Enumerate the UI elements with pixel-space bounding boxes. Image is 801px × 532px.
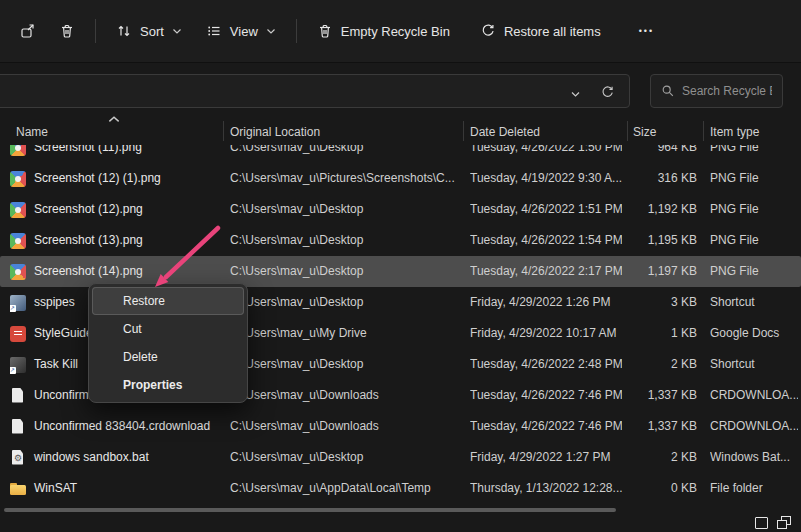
more-button[interactable]: •••	[628, 17, 665, 45]
file-name: Screenshot (13).png	[34, 225, 143, 256]
original-location-cell: C:\Users\mav_u\Desktop	[230, 225, 462, 256]
file-name-cell: windows sandbox.bat	[10, 442, 222, 473]
file-name-cell: WinSAT	[10, 473, 222, 504]
sort-button[interactable]: Sort	[105, 14, 193, 48]
size-cell: 0 KB	[595, 473, 697, 504]
menu-item-cut[interactable]: Cut	[92, 315, 244, 343]
file-name: Unconfirmed 838404.crdownload	[34, 411, 210, 442]
file-name: Screenshot (12) (1).png	[34, 163, 161, 194]
menu-item-delete[interactable]: Delete	[92, 343, 244, 371]
chevron-down-icon	[172, 27, 182, 35]
file-name-cell: Screenshot (11).png	[10, 145, 222, 163]
size-cell: 2 KB	[595, 442, 697, 473]
empty-recycle-bin-button[interactable]: Empty Recycle Bin	[306, 14, 461, 48]
size-cell: 1,192 KB	[595, 194, 697, 225]
restore-window-icon[interactable]	[777, 516, 791, 529]
table-row[interactable]: Screenshot (12).png C:\Users\mav_u\Deskt…	[0, 194, 801, 225]
maximize-icon[interactable]	[755, 517, 768, 529]
search-box[interactable]: Search Recycle Bin	[650, 74, 783, 108]
column-divider[interactable]	[463, 121, 464, 141]
share-button[interactable]	[8, 14, 46, 48]
file-icon	[10, 145, 26, 156]
file-name: Task Kill	[34, 349, 78, 380]
column-divider[interactable]	[703, 121, 704, 141]
item-type-cell: PNG File	[710, 225, 798, 256]
item-type-cell: PNG File	[710, 163, 798, 194]
size-cell: 3 KB	[595, 287, 697, 318]
column-divider[interactable]	[223, 121, 224, 141]
item-type-cell: PNG File	[710, 256, 798, 287]
empty-recycle-bin-label: Empty Recycle Bin	[341, 24, 450, 39]
chevron-down-icon	[570, 90, 581, 98]
file-icon	[10, 326, 26, 342]
column-header-date[interactable]: Date Deleted	[470, 125, 540, 139]
restore-all-items-button[interactable]: Restore all items	[469, 14, 612, 48]
toolbar-separator	[95, 19, 96, 43]
column-divider[interactable]	[627, 121, 628, 141]
size-cell: 1,337 KB	[595, 380, 697, 411]
file-name: Screenshot (11).png	[34, 145, 142, 163]
table-row[interactable]: Screenshot (12) (1).png C:\Users\mav_u\P…	[0, 163, 801, 194]
chevron-down-icon	[266, 27, 276, 35]
menu-item-restore[interactable]: Restore	[92, 287, 244, 315]
column-header-type[interactable]: Item type	[710, 125, 759, 139]
size-cell: 316 KB	[595, 163, 697, 194]
file-name-cell: Screenshot (12) (1).png	[10, 163, 222, 194]
item-type-cell: Google Docs	[710, 318, 798, 349]
original-location-cell: C:\Users\mav_u\Downloads	[230, 411, 462, 442]
search-placeholder: Search Recycle Bin	[682, 84, 772, 98]
original-location-cell: C:\Users\mav_u\Desktop	[230, 145, 462, 163]
recycle-bin-window: Sort View	[0, 0, 801, 532]
file-name: sspipes	[34, 287, 75, 318]
restore-all-items-label: Restore all items	[504, 24, 601, 39]
original-location-cell: C:\Users\mav_u\Downloads	[230, 380, 462, 411]
file-icon	[10, 295, 26, 311]
column-header-location[interactable]: Original Location	[230, 125, 320, 139]
original-location-cell: C:\Users\mav_u\Desktop	[230, 287, 462, 318]
item-type-cell: CRDOWNLOA...	[710, 380, 798, 411]
search-icon	[661, 84, 675, 98]
sort-label: Sort	[140, 24, 164, 39]
file-icon	[10, 357, 26, 373]
menu-item-properties[interactable]: Properties	[92, 371, 244, 399]
item-type-cell: Shortcut	[710, 287, 798, 318]
table-row[interactable]: windows sandbox.bat C:\Users\mav_u\Deskt…	[0, 442, 801, 473]
trash-icon	[59, 23, 75, 39]
original-location-cell: C:\Users\mav_u\Desktop	[230, 256, 462, 287]
size-cell: 1,197 KB	[595, 256, 697, 287]
size-cell: 1 KB	[595, 318, 697, 349]
table-row[interactable]: Screenshot (11).png C:\Users\mav_u\Deskt…	[0, 145, 801, 163]
restore-icon	[480, 23, 496, 39]
refresh-button[interactable]	[598, 83, 617, 102]
sort-ascending-icon	[108, 116, 120, 123]
file-name: StyleGuide	[34, 318, 93, 349]
view-button[interactable]: View	[195, 14, 287, 48]
delete-button[interactable]	[48, 14, 86, 48]
address-bar[interactable]	[0, 74, 630, 108]
address-dropdown-button[interactable]	[568, 88, 583, 100]
horizontal-scrollbar[interactable]	[4, 508, 616, 512]
file-icon	[10, 419, 26, 435]
item-type-cell: CRDOWNLOA...	[710, 411, 798, 442]
table-row[interactable]: Screenshot (13).png C:\Users\mav_u\Deskt…	[0, 225, 801, 256]
file-name-cell: Screenshot (12).png	[10, 194, 222, 225]
size-cell: 964 KB	[595, 145, 697, 163]
file-icon	[10, 233, 26, 249]
size-cell: 2 KB	[595, 349, 697, 380]
trash-icon	[317, 23, 333, 39]
table-row[interactable]: Unconfirmed 838404.crdownload C:\Users\m…	[0, 411, 801, 442]
context-menu: Restore Cut Delete Properties	[88, 283, 248, 403]
toolbar-separator	[296, 19, 297, 43]
file-icon	[10, 388, 26, 404]
file-icon	[10, 171, 26, 187]
file-icon	[10, 202, 26, 218]
item-type-cell: File folder	[710, 473, 798, 504]
sort-icon	[116, 23, 132, 39]
column-header-name[interactable]: Name	[16, 125, 48, 139]
column-headers: Name Original Location Date Deleted Size…	[0, 118, 801, 145]
column-header-size[interactable]: Size	[633, 125, 656, 139]
file-name: WinSAT	[34, 473, 77, 504]
original-location-cell: C:\Users\mav_u\AppData\Local\Temp	[230, 473, 462, 504]
table-row[interactable]: WinSAT C:\Users\mav_u\AppData\Local\Temp…	[0, 473, 801, 504]
original-location-cell: C:\Users\mav_u\Desktop	[230, 442, 462, 473]
